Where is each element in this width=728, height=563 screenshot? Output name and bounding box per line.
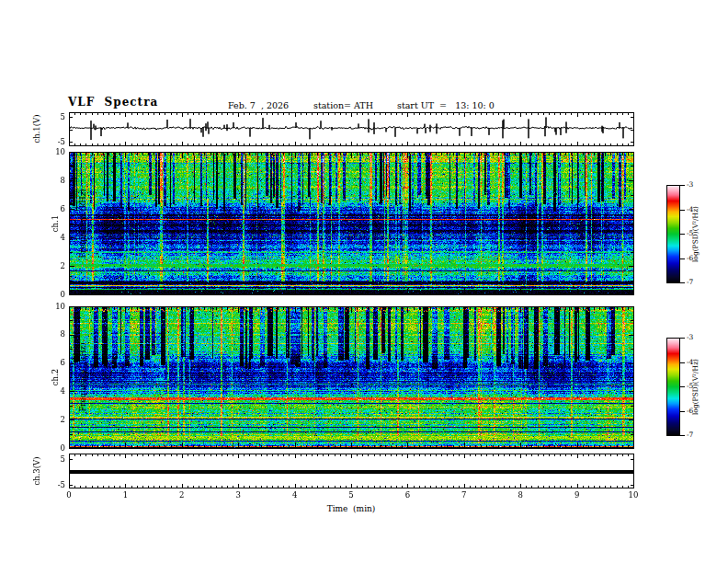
colorbar1-tick-label: -4	[687, 206, 703, 213]
wave-y-axis-label: ch.1(V)	[32, 106, 41, 152]
spec2-y-tick-label: 6	[41, 359, 65, 367]
start-ut-label: start UT = 13: 10: 0	[397, 100, 495, 110]
ch1-spectrogram-panel	[69, 152, 634, 295]
spec1-y-tick-label: 2	[41, 262, 65, 270]
x-tick-label: 3	[227, 491, 249, 500]
spec2-y-tick-label: 0	[41, 444, 65, 453]
ch3-y-tick-label: 5	[41, 455, 65, 464]
x-tick-label: 4	[284, 491, 306, 500]
colorbar2-tick-label: -4	[687, 359, 703, 366]
spec2-y-tick-label: 10	[41, 303, 65, 311]
spec1-y-tick-label: 6	[41, 205, 65, 213]
colorbar1-tick-label: -5	[687, 230, 703, 237]
date-label: Feb. 7 , 2026	[228, 100, 289, 110]
station-label: station= ATH	[313, 100, 373, 110]
spec1-frequency-label: Frequency (kHz)	[78, 168, 87, 279]
ch3-y-axis-label: ch.3(V)	[32, 448, 41, 494]
x-tick-label: 8	[509, 491, 531, 500]
x-tick-label: 6	[396, 491, 418, 500]
x-tick-label: 2	[171, 491, 193, 500]
spec1-y-tick-label: 4	[41, 234, 65, 242]
colorbar-ch2	[666, 338, 686, 436]
colorbar1-tick-label: -7	[687, 279, 703, 286]
x-tick-label: 10	[622, 491, 644, 500]
colorbar2-tick-label: -7	[687, 431, 703, 439]
wave-y-tick-label: -5	[41, 138, 65, 146]
spec1-y-tick-label: 8	[41, 177, 65, 185]
colorbar1-tick-label: -6	[687, 255, 703, 262]
spec2-y-tick-label: 2	[41, 416, 65, 424]
colorbar1-tick-label: -3	[687, 181, 703, 189]
ch1-waveform-panel	[69, 112, 634, 146]
x-tick-label: 0	[58, 491, 80, 500]
spec1-y-tick-label: 0	[41, 291, 65, 299]
colorbar-ch1	[666, 185, 686, 283]
colorbar2-tick-label: -6	[687, 408, 703, 415]
spec2-frequency-label: Frequency (kHz)	[78, 322, 87, 432]
ch3-y-tick-label: -5	[41, 481, 65, 489]
x-tick-label: 9	[566, 491, 588, 500]
ch2-spectrogram-panel	[69, 306, 634, 449]
colorbar2-tick-label: -3	[687, 334, 703, 341]
ch3-waveform-panel	[69, 454, 634, 488]
plot-title: VLF Spectra	[68, 98, 158, 108]
spec2-y-tick-label: 4	[41, 387, 65, 396]
x-tick-label: 5	[340, 491, 362, 500]
time-axis-label: Time (min)	[296, 504, 406, 513]
spec1-y-tick-label: 10	[41, 148, 65, 156]
vlf-spectra-plot: VLF Spectra Feb. 7 , 2026 station= ATH s…	[0, 0, 728, 563]
colorbar2-tick-label: -5	[687, 383, 703, 390]
wave-y-tick-label: 5	[41, 113, 65, 121]
spec2-y-tick-label: 8	[41, 330, 65, 339]
x-tick-label: 7	[453, 491, 475, 500]
x-tick-label: 1	[114, 491, 136, 500]
